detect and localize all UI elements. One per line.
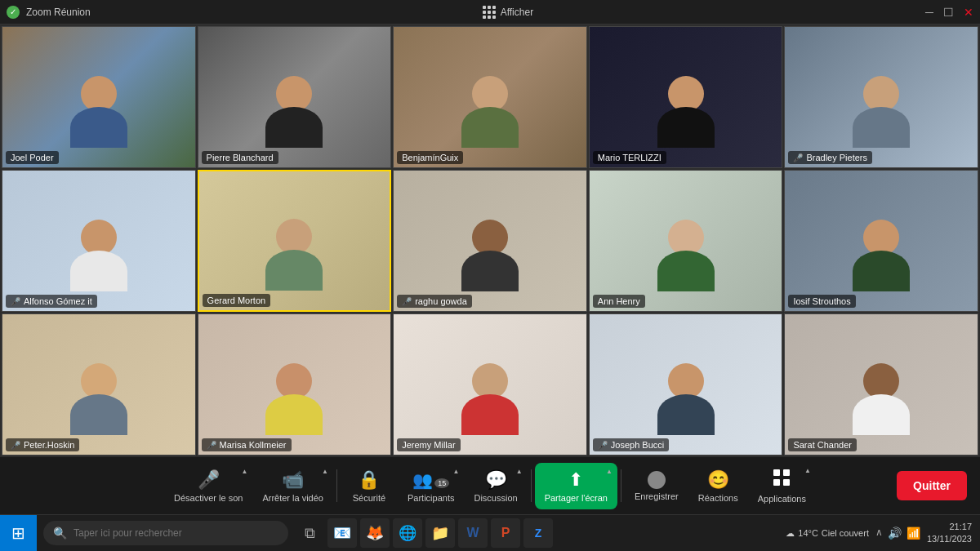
record-icon: [648, 471, 666, 489]
taskbar-app-zoom[interactable]: Z: [523, 518, 553, 548]
participant-name-sarat: Sarat Chander: [793, 440, 852, 450]
close-button[interactable]: ✕: [964, 7, 973, 18]
video-cell-joel[interactable]: Joel Poder: [2, 26, 196, 168]
video-cell-marisa[interactable]: 🎤Marisa Kollmeier: [198, 313, 392, 455]
taskbar-app-word[interactable]: W: [458, 518, 488, 548]
video-cell-iosif[interactable]: Iosif Strouthos: [784, 170, 978, 312]
weather-info: ☁ 14°C Ciel couvert: [786, 528, 869, 539]
toolbar-item-participants[interactable]: ▲👥15Participants: [398, 463, 464, 509]
reactions-icon: 😊: [707, 469, 729, 491]
mute-icon: 🎤: [207, 441, 216, 450]
share-label: Partager l'écran: [545, 493, 608, 503]
mute-icon: 🎤: [598, 441, 608, 450]
taskbar-app-outlook[interactable]: 📧: [327, 518, 357, 548]
toolbar-separator-6: [621, 469, 621, 502]
title-bar-left: ✓ Zoom Réunion: [7, 6, 91, 19]
video-cell-pierre[interactable]: Pierre Blanchard: [198, 26, 392, 168]
start-button[interactable]: ⊞: [0, 515, 37, 552]
task-view-button[interactable]: ⧉: [295, 518, 324, 548]
taskbar: ⊞ 🔍 ⧉📧🦊🌐📁WPZ ☁ 14°C Ciel couvert ∧ 🔊 📶 2…: [0, 514, 980, 551]
minimize-button[interactable]: ─: [925, 7, 933, 18]
toolbar-item-security[interactable]: 🔒Sécurité: [341, 463, 398, 509]
weather-icon: ☁: [786, 528, 795, 539]
video-cell-raghu[interactable]: 🎤raghu gowda: [393, 170, 587, 312]
participants-icon: 👥15: [412, 469, 449, 491]
toolbar: ▲🎤Désactiver le son▲📹Arrêter la vidéo🔒Sé…: [0, 457, 980, 514]
security-icon: 🔒: [358, 469, 380, 491]
svg-rect-2: [773, 479, 780, 486]
video-grid: Joel PoderPierre BlanchardBenjamínGuixMa…: [0, 24, 980, 457]
afficher-label[interactable]: Afficher: [501, 7, 533, 18]
apps-icon: [773, 469, 791, 491]
mute-icon: 🎤: [11, 441, 20, 450]
participant-name-gerard: Gerard Morton: [207, 295, 266, 305]
mute-icon: 🎤: [11, 297, 20, 306]
toolbar-separator-2: [336, 469, 337, 502]
participant-name-mario: Mario TERLIZZI: [598, 153, 662, 162]
search-bar[interactable]: 🔍: [43, 521, 288, 545]
mute-icon: 🎤: [793, 153, 803, 162]
share-caret: ▲: [606, 468, 612, 475]
svg-rect-1: [783, 469, 790, 476]
chat-icon: 💬: [485, 469, 507, 491]
toolbar-item-apps[interactable]: ▲Applications: [748, 462, 816, 510]
apps-label: Applications: [758, 494, 806, 504]
apps-caret: ▲: [804, 467, 811, 474]
video-cell-mario[interactable]: Mario TERLIZZI: [589, 26, 783, 168]
share-icon: ⬆: [568, 469, 583, 491]
taskbar-app-chrome[interactable]: 🌐: [393, 518, 422, 548]
name-tag-gerard: Gerard Morton: [203, 294, 271, 307]
participant-name-ann: Ann Henry: [598, 296, 640, 306]
search-input[interactable]: [74, 527, 278, 539]
toolbar-item-video[interactable]: ▲📹Arrêter la vidéo: [252, 463, 333, 509]
video-cell-alfonso[interactable]: 🎤Alfonso Gómez it: [2, 170, 196, 312]
record-label: Enregistrer: [635, 491, 679, 501]
weather-condition: Ciel couvert: [822, 528, 869, 538]
name-tag-jeremy: Jeremy Millar: [397, 438, 460, 451]
participant-name-joel: Joel Poder: [11, 153, 54, 162]
quit-button[interactable]: Quitter: [897, 471, 967, 500]
network-icon[interactable]: 📶: [906, 527, 920, 540]
chat-label: Discussion: [474, 493, 517, 503]
maximize-button[interactable]: ☐: [943, 7, 954, 18]
name-tag-sarat: Sarat Chander: [788, 438, 857, 451]
video-cell-jeremy[interactable]: Jeremy Millar: [393, 313, 587, 455]
video-cell-benjamin[interactable]: BenjamínGuix: [393, 26, 587, 168]
taskbar-apps: ⧉📧🦊🌐📁WPZ: [295, 518, 777, 548]
video-cell-gerard[interactable]: Gerard Morton: [198, 170, 392, 312]
name-tag-alfonso: 🎤Alfonso Gómez it: [6, 295, 97, 308]
toolbar-item-mic[interactable]: ▲🎤Désactiver le son: [164, 463, 252, 509]
name-tag-ann: Ann Henry: [593, 295, 645, 308]
toolbar-item-record[interactable]: Enregistrer: [625, 464, 688, 508]
mute-icon: 🎤: [402, 297, 412, 306]
taskbar-app-files[interactable]: 📁: [425, 518, 455, 548]
toolbar-separator-5: [531, 469, 532, 502]
chevron-icon: ∧: [875, 527, 883, 540]
video-caret: ▲: [322, 468, 328, 475]
clock[interactable]: 21:17 13/11/2023: [927, 521, 972, 546]
toolbar-item-chat[interactable]: ▲💬Discussion: [464, 463, 527, 509]
participant-name-joseph: Joseph Bucci: [611, 440, 664, 450]
name-tag-bradley: 🎤Bradley Pieters: [788, 151, 872, 164]
video-cell-peter[interactable]: 🎤Peter.Hoskin: [2, 313, 196, 455]
video-cell-joseph[interactable]: 🎤Joseph Bucci: [589, 313, 783, 455]
clock-date: 13/11/2023: [927, 533, 972, 545]
video-label: Arrêter la vidéo: [262, 493, 323, 503]
video-cell-sarat[interactable]: Sarat Chander: [784, 313, 978, 455]
video-cell-ann[interactable]: Ann Henry: [589, 170, 783, 312]
volume-icon[interactable]: 🔊: [888, 527, 902, 540]
participant-name-marisa: Marisa Kollmeier: [220, 440, 287, 450]
shield-icon: ✓: [7, 6, 20, 19]
taskbar-app-firefox[interactable]: 🦊: [360, 518, 390, 548]
toolbar-item-reactions[interactable]: 😊Réactions: [688, 463, 748, 509]
participant-name-raghu: raghu gowda: [415, 296, 467, 306]
toolbar-item-share[interactable]: ▲⬆Partager l'écran: [535, 463, 617, 509]
participant-name-pierre: Pierre Blanchard: [207, 153, 274, 162]
title-bar: ✓ Zoom Réunion Afficher ─ ☐ ✕: [0, 0, 980, 24]
clock-time: 21:17: [927, 521, 972, 533]
name-tag-iosif: Iosif Strouthos: [788, 295, 855, 308]
reactions-label: Réactions: [698, 493, 738, 503]
video-cell-bradley[interactable]: 🎤Bradley Pieters: [784, 26, 978, 168]
participant-name-alfonso: Alfonso Gómez it: [24, 296, 92, 306]
taskbar-app-powerpoint[interactable]: P: [491, 518, 520, 548]
